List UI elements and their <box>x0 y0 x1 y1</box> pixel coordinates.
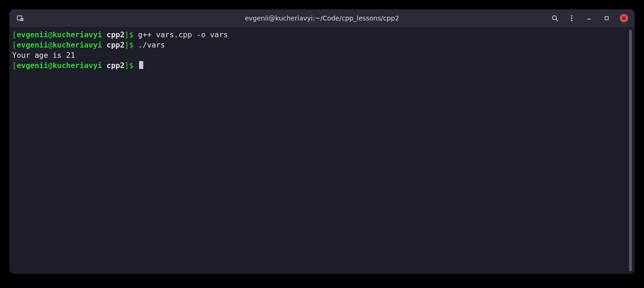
window-title: evgenii@kucheriavyi:~/Code/cpp_lessons/c… <box>9 14 635 22</box>
titlebar: evgenii@kucheriavyi:~/Code/cpp_lessons/c… <box>9 9 635 27</box>
menu-icon[interactable] <box>567 14 576 22</box>
svg-line-5 <box>556 19 558 21</box>
terminal-content[interactable]: [evgenii@kucheriavyi cpp2]$ g++ vars.cpp… <box>11 30 628 271</box>
new-tab-icon[interactable] <box>16 14 24 22</box>
svg-rect-10 <box>605 17 609 20</box>
terminal-prompt-line: [evgenii@kucheriavyi cpp2]$ <box>12 61 628 71</box>
svg-point-8 <box>571 20 572 21</box>
scrollbar-thumb[interactable] <box>629 30 632 271</box>
titlebar-right <box>551 14 631 23</box>
search-icon[interactable] <box>551 14 559 22</box>
scrollbar[interactable] <box>628 30 633 271</box>
terminal-output: Your age is 21 <box>12 50 628 61</box>
close-button[interactable] <box>620 14 628 22</box>
maximize-button[interactable] <box>602 14 611 23</box>
terminal-window: evgenii@kucheriavyi:~/Code/cpp_lessons/c… <box>9 9 635 274</box>
svg-point-6 <box>571 15 572 16</box>
titlebar-left <box>13 14 24 22</box>
command-text: ./vars <box>138 41 165 49</box>
svg-point-7 <box>571 17 572 19</box>
command-text: g++ vars.cpp -o vars <box>138 30 228 39</box>
minimize-button[interactable] <box>584 14 594 23</box>
terminal-line: [evgenii@kucheriavyi cpp2]$ ./vars <box>12 40 628 50</box>
terminal-area[interactable]: [evgenii@kucheriavyi cpp2]$ g++ vars.cpp… <box>9 27 635 274</box>
cursor <box>139 61 143 69</box>
terminal-line: [evgenii@kucheriavyi cpp2]$ g++ vars.cpp… <box>12 30 628 40</box>
